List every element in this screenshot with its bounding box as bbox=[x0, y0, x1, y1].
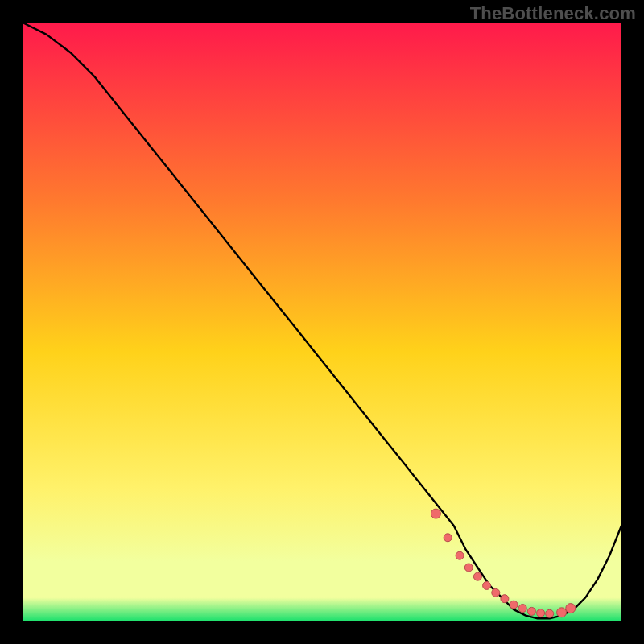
highlight-dot bbox=[483, 581, 491, 589]
highlight-dot bbox=[473, 572, 481, 580]
highlight-dot bbox=[431, 509, 440, 518]
highlight-dot bbox=[456, 551, 464, 559]
highlight-dot bbox=[546, 609, 554, 617]
highlight-dot bbox=[537, 609, 545, 617]
highlight-dot bbox=[527, 607, 535, 615]
highlight-dot bbox=[492, 588, 500, 597]
highlight-dot bbox=[501, 595, 509, 603]
highlight-dot bbox=[444, 534, 452, 542]
highlight-dot bbox=[464, 564, 473, 572]
chart-frame: TheBottleneck.com bbox=[0, 0, 644, 644]
highlight-dot bbox=[518, 605, 526, 613]
highlight-dot bbox=[566, 604, 576, 613]
highlight-dot bbox=[557, 608, 567, 617]
plot-background bbox=[23, 23, 621, 621]
bottleneck-chart bbox=[0, 0, 644, 644]
highlight-dot bbox=[510, 601, 518, 609]
